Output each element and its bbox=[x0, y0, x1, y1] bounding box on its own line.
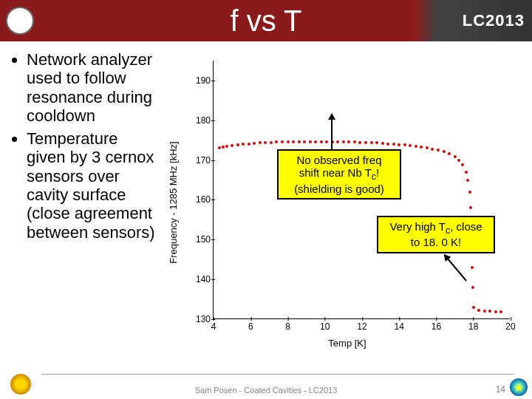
list-item: Network analyzer used to follow resonanc… bbox=[27, 50, 157, 125]
y-axis-label: Frequency - 1285 MHz [kHz] bbox=[168, 141, 179, 263]
data-point bbox=[466, 179, 469, 182]
slide-body: Network analyzer used to follow resonanc… bbox=[0, 41, 532, 366]
data-point bbox=[448, 152, 451, 155]
x-tick: 8 bbox=[285, 321, 290, 332]
data-point bbox=[264, 141, 267, 144]
list-item: Temperature given by 3 cernox sensors ov… bbox=[27, 129, 157, 242]
data-point bbox=[398, 143, 400, 146]
data-point bbox=[457, 159, 460, 162]
data-point bbox=[499, 310, 502, 313]
y-tick: 190 bbox=[188, 75, 211, 86]
slide: f vs T LC2013 Network analyzer used to f… bbox=[0, 0, 532, 399]
header-bar: f vs T LC2013 bbox=[0, 0, 532, 41]
data-point bbox=[242, 143, 245, 146]
star-badge-icon: ★ bbox=[510, 378, 528, 396]
scatter-chart: Frequency - 1285 MHz [kHz] Temp [K] 1301… bbox=[170, 55, 525, 350]
callout-line: Very high Tc, close bbox=[384, 220, 488, 236]
data-point bbox=[358, 141, 361, 144]
data-point bbox=[253, 142, 256, 145]
data-point bbox=[471, 286, 474, 289]
x-tick: 16 bbox=[432, 321, 441, 332]
x-tick: 12 bbox=[357, 321, 366, 332]
data-point bbox=[431, 148, 434, 151]
callout-line: No observed freq bbox=[284, 154, 394, 166]
y-tick: 170 bbox=[188, 155, 211, 166]
callout-high-tc: Very high Tc, close to 18. 0 K! bbox=[377, 216, 495, 253]
arrow-icon bbox=[331, 114, 332, 151]
data-point bbox=[248, 143, 250, 146]
data-point bbox=[409, 144, 412, 147]
data-point bbox=[320, 140, 323, 143]
x-tick: 6 bbox=[248, 321, 253, 332]
footer-divider bbox=[41, 374, 514, 375]
data-point bbox=[465, 171, 468, 174]
data-point bbox=[303, 140, 306, 143]
data-point bbox=[415, 145, 417, 148]
data-point bbox=[494, 310, 497, 313]
x-tick: 10 bbox=[320, 321, 330, 332]
data-point bbox=[364, 141, 367, 144]
data-point bbox=[483, 310, 486, 313]
footer-text: Sam Posen - Coated Cavities - LC2013 bbox=[0, 386, 532, 395]
data-point bbox=[381, 142, 384, 145]
data-point bbox=[231, 144, 233, 147]
data-point bbox=[281, 140, 284, 143]
data-point bbox=[325, 140, 328, 143]
data-point bbox=[454, 155, 457, 158]
callout-line: (shielding is good) bbox=[284, 183, 394, 195]
data-point bbox=[314, 140, 317, 143]
callout-no-shift: No observed freq shift near Nb Tc! (shie… bbox=[277, 149, 401, 200]
x-tick: 20 bbox=[505, 321, 515, 332]
x-tick: 14 bbox=[395, 321, 404, 332]
data-point bbox=[468, 191, 471, 194]
data-point bbox=[298, 140, 301, 143]
conference-label: LC2013 bbox=[463, 11, 525, 30]
data-point bbox=[403, 143, 406, 146]
chart-container: Frequency - 1285 MHz [kHz] Temp [K] 1301… bbox=[163, 41, 532, 366]
data-point bbox=[336, 140, 339, 143]
y-tick: 180 bbox=[188, 115, 211, 126]
data-point bbox=[426, 146, 429, 149]
data-point bbox=[471, 266, 474, 269]
data-point bbox=[472, 306, 475, 309]
y-tick: 140 bbox=[188, 274, 211, 284]
data-point bbox=[270, 141, 273, 144]
callout-line: to 18. 0 K! bbox=[384, 236, 488, 248]
data-point bbox=[420, 146, 423, 149]
data-point bbox=[392, 143, 395, 146]
data-point bbox=[287, 140, 290, 143]
x-tick: 18 bbox=[468, 321, 478, 332]
y-tick: 150 bbox=[188, 234, 211, 245]
y-tick: 130 bbox=[188, 314, 211, 324]
data-point bbox=[469, 206, 472, 209]
data-point bbox=[477, 309, 480, 312]
data-point bbox=[275, 140, 278, 143]
callout-line: shift near Nb Tc! bbox=[284, 166, 394, 182]
bullet-list: Network analyzer used to follow resonanc… bbox=[0, 41, 163, 366]
data-point bbox=[370, 141, 373, 144]
footer: Sam Posen - Coated Cavities - LC2013 14 … bbox=[0, 374, 532, 398]
data-point bbox=[461, 163, 464, 166]
data-point bbox=[236, 143, 239, 146]
data-point bbox=[259, 141, 262, 144]
data-point bbox=[342, 140, 345, 143]
page-number: 14 bbox=[496, 384, 505, 395]
data-point bbox=[443, 150, 446, 153]
slide-title: f vs T bbox=[0, 4, 532, 38]
data-point bbox=[292, 140, 295, 143]
data-point bbox=[222, 146, 225, 149]
data-point bbox=[347, 140, 350, 143]
data-point bbox=[225, 145, 228, 148]
data-point bbox=[218, 146, 221, 149]
x-tick: 4 bbox=[211, 321, 216, 332]
data-point bbox=[488, 310, 491, 313]
data-point bbox=[353, 140, 356, 143]
data-point bbox=[375, 141, 378, 144]
data-point bbox=[309, 140, 312, 143]
data-point bbox=[386, 143, 389, 146]
x-axis-label: Temp [K] bbox=[328, 338, 366, 349]
data-point bbox=[437, 149, 440, 151]
y-tick: 160 bbox=[188, 194, 211, 205]
